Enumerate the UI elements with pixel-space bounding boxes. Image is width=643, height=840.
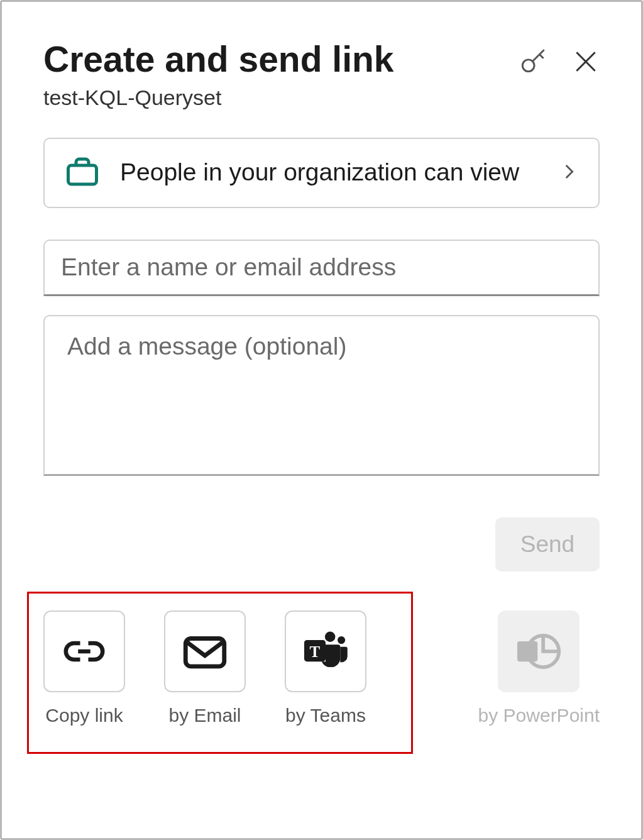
svg-rect-4 — [185, 638, 224, 666]
by-teams-button[interactable]: T — [285, 611, 366, 692]
link-icon — [60, 627, 109, 676]
permission-selector[interactable]: People in your organization can view — [43, 138, 600, 208]
send-row: Send — [43, 517, 600, 572]
by-teams-label: by Teams — [285, 705, 366, 726]
header-actions — [518, 40, 600, 77]
share-dialog: Create and send link test-KQL-Queryset — [0, 0, 643, 840]
by-email-label: by Email — [168, 705, 241, 726]
key-icon — [518, 46, 549, 77]
dialog-title: Create and send link — [43, 40, 518, 79]
teams-icon: T — [299, 624, 353, 678]
by-powerpoint-label: by PowerPoint — [478, 705, 600, 726]
by-teams-item: T by Teams — [285, 611, 366, 726]
by-powerpoint-item: P by PowerPoint — [478, 611, 600, 726]
svg-point-7 — [325, 631, 335, 641]
svg-point-8 — [338, 636, 345, 644]
close-button[interactable] — [572, 48, 600, 75]
copy-link-label: Copy link — [45, 705, 123, 726]
copy-link-button[interactable] — [43, 611, 125, 692]
share-options-row: Copy link by Email T — [43, 611, 600, 726]
powerpoint-icon: P — [512, 624, 566, 678]
svg-rect-3 — [69, 165, 97, 184]
key-icon-button[interactable] — [518, 46, 549, 77]
header-text-block: Create and send link test-KQL-Queryset — [43, 40, 518, 110]
by-email-button[interactable] — [164, 611, 246, 692]
chevron-right-icon — [558, 161, 580, 185]
svg-point-0 — [522, 60, 534, 72]
dialog-header: Create and send link test-KQL-Queryset — [43, 40, 600, 110]
svg-text:P: P — [523, 643, 532, 660]
briefcase-icon — [63, 153, 101, 193]
close-icon — [572, 48, 600, 75]
mail-icon — [179, 626, 231, 677]
send-button[interactable]: Send — [495, 517, 600, 572]
recipient-input[interactable] — [43, 240, 600, 296]
svg-text:T: T — [309, 643, 320, 660]
message-input[interactable] — [43, 315, 600, 476]
permission-text: People in your organization can view — [120, 156, 539, 189]
by-powerpoint-button[interactable]: P — [498, 611, 580, 692]
by-email-item: by Email — [164, 611, 246, 726]
dialog-subtitle: test-KQL-Queryset — [43, 86, 518, 110]
copy-link-item: Copy link — [43, 611, 125, 726]
